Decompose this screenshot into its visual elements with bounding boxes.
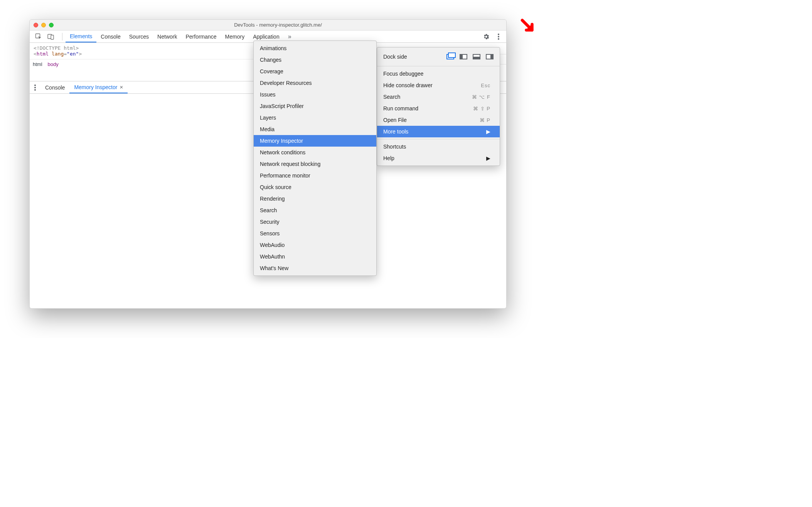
dom-tree-pane[interactable]: <!DOCTYPE html> <html lang="en"> html bo… — [30, 43, 272, 81]
panel-tab-performance[interactable]: Performance — [181, 30, 221, 42]
menu-item-label: Open File — [383, 117, 407, 123]
dom-line: <!DOCTYPE html> — [34, 45, 268, 51]
dom-line: <html lang="en"> — [34, 51, 268, 57]
tools-item-quick-source[interactable]: Quick source — [254, 181, 376, 193]
drawer-tab-console[interactable]: Console — [40, 81, 69, 93]
menu-shortcut: Esc — [481, 83, 490, 88]
tools-item-media[interactable]: Media — [254, 123, 376, 135]
device-toolbar-icon[interactable] — [47, 32, 55, 41]
panel-tab-memory[interactable]: Memory — [221, 30, 249, 42]
tools-item-webaudio[interactable]: WebAudio — [254, 239, 376, 251]
menu-item-label: Hide console drawer — [383, 82, 433, 88]
svg-point-4 — [498, 36, 499, 37]
tools-item-security[interactable]: Security — [254, 216, 376, 228]
main-menu: Dock side Focus debuggeeHide console dra… — [377, 47, 500, 166]
dock-side-row: Dock side — [377, 49, 500, 64]
tools-item-sensors[interactable]: Sensors — [254, 228, 376, 239]
tools-item-javascript-profiler[interactable]: JavaScript Profiler — [254, 100, 376, 112]
zoom-window-icon[interactable] — [49, 23, 54, 27]
close-window-icon[interactable] — [34, 23, 38, 27]
settings-gear-icon[interactable] — [482, 33, 490, 41]
breadcrumb: html body — [30, 59, 272, 69]
dock-left-icon[interactable] — [460, 54, 467, 59]
tabs-overflow-icon[interactable]: » — [284, 33, 296, 40]
drawer-more-icon[interactable] — [30, 84, 40, 91]
panel-tab-network[interactable]: Network — [153, 30, 181, 42]
menu-item-open-file[interactable]: Open File⌘ P — [377, 114, 500, 126]
minimize-window-icon[interactable] — [41, 23, 46, 27]
drawer-tab-memory-inspector[interactable]: Memory Inspector × — [69, 81, 128, 93]
menu-item-label: Shortcuts — [383, 144, 406, 150]
menu-shortcut: ⌘ P — [480, 117, 490, 123]
more-tools-menu: AnimationsChangesCoverageDeveloper Resou… — [253, 41, 377, 276]
menu-shortcut: ⌘ ⇧ P — [473, 106, 490, 112]
menu-item-label: Search — [383, 94, 400, 100]
drawer-tab-label: Memory Inspector — [74, 84, 117, 90]
tools-item-developer-resources[interactable]: Developer Resources — [254, 77, 376, 89]
panel-tab-sources[interactable]: Sources — [125, 30, 153, 42]
dock-side-label: Dock side — [383, 54, 441, 60]
tools-item-issues[interactable]: Issues — [254, 89, 376, 100]
menu-item-shortcuts[interactable]: Shortcuts — [377, 141, 500, 152]
panel-tab-elements[interactable]: Elements — [66, 30, 96, 42]
svg-point-7 — [34, 87, 36, 88]
close-tab-icon[interactable]: × — [120, 84, 123, 90]
submenu-arrow-icon: ▶ — [486, 128, 490, 135]
panel-tabs: ElementsConsoleSourcesNetworkPerformance… — [66, 30, 284, 42]
menu-item-more-tools[interactable]: More tools▶ — [377, 126, 500, 137]
submenu-arrow-icon: ▶ — [486, 155, 490, 161]
svg-point-8 — [34, 89, 36, 91]
toolbar-separator — [62, 33, 62, 41]
annotation-arrow-icon — [521, 19, 534, 32]
menu-item-hide-console-drawer[interactable]: Hide console drawerEsc — [377, 79, 500, 91]
tools-item-search[interactable]: Search — [254, 204, 376, 216]
tools-item-layers[interactable]: Layers — [254, 112, 376, 123]
menu-item-label: Help — [383, 155, 394, 161]
tools-item-memory-inspector[interactable]: Memory Inspector — [254, 135, 376, 147]
dock-undock-icon[interactable] — [446, 54, 454, 59]
svg-point-6 — [34, 84, 36, 86]
inspect-element-icon[interactable] — [34, 32, 43, 41]
dom-code: <!DOCTYPE html> <html lang="en"> — [30, 43, 272, 59]
more-menu-icon[interactable] — [495, 33, 502, 41]
menu-item-run-command[interactable]: Run command⌘ ⇧ P — [377, 103, 500, 114]
menu-item-search[interactable]: Search⌘ ⌥ F — [377, 91, 500, 103]
traffic-lights — [34, 23, 54, 27]
tools-item-webauthn[interactable]: WebAuthn — [254, 251, 376, 262]
titlebar: DevTools - memory-inspector.glitch.me/ — [30, 20, 506, 30]
svg-point-3 — [498, 34, 499, 35]
tools-item-performance-monitor[interactable]: Performance monitor — [254, 170, 376, 181]
tools-item-what-s-new[interactable]: What's New — [254, 262, 376, 274]
tools-item-coverage[interactable]: Coverage — [254, 66, 376, 77]
svg-point-5 — [498, 38, 499, 40]
svg-rect-2 — [51, 35, 54, 39]
breadcrumb-item[interactable]: body — [48, 61, 59, 67]
menu-separator — [377, 66, 500, 66]
panel-tab-console[interactable]: Console — [96, 30, 125, 42]
menu-item-help[interactable]: Help▶ — [377, 152, 500, 164]
tools-item-network-conditions[interactable]: Network conditions — [254, 147, 376, 158]
menu-item-focus-debuggee[interactable]: Focus debuggee — [377, 68, 500, 79]
breadcrumb-item[interactable]: html — [33, 61, 42, 67]
menu-separator — [377, 139, 500, 139]
dock-side-options — [446, 54, 494, 59]
menu-shortcut: ⌘ ⌥ F — [472, 94, 490, 100]
tools-item-animations[interactable]: Animations — [254, 42, 376, 54]
dock-right-icon[interactable] — [486, 54, 494, 59]
tools-item-changes[interactable]: Changes — [254, 54, 376, 66]
menu-item-label: More tools — [383, 128, 408, 135]
window-title: DevTools - memory-inspector.glitch.me/ — [54, 22, 502, 28]
tools-item-network-request-blocking[interactable]: Network request blocking — [254, 158, 376, 170]
menu-item-label: Focus debuggee — [383, 71, 423, 77]
menu-item-label: Run command — [383, 105, 418, 112]
dock-bottom-icon[interactable] — [473, 54, 480, 59]
tools-item-rendering[interactable]: Rendering — [254, 193, 376, 204]
